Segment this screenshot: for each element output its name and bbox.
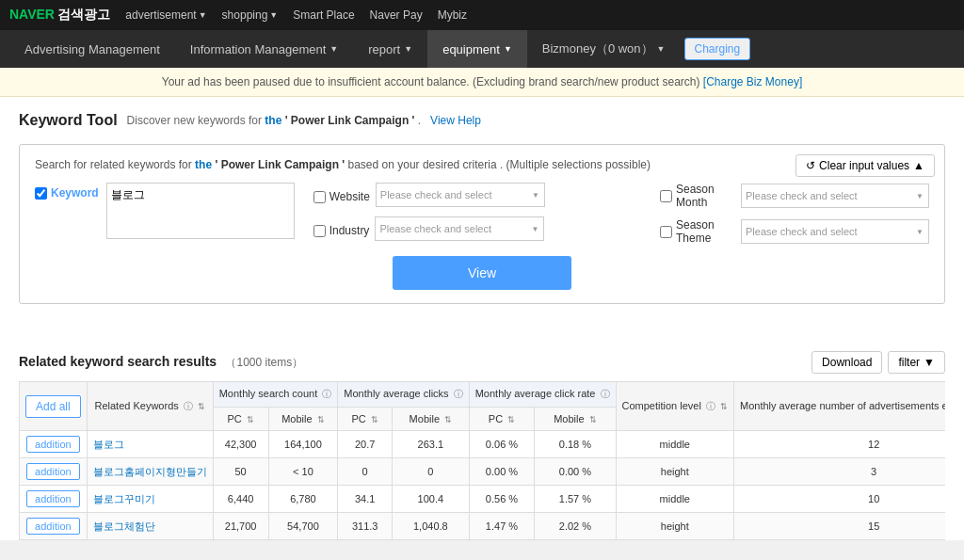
nav-report[interactable]: report ▼	[353, 30, 427, 68]
addition-button[interactable]: addition	[26, 463, 80, 480]
season-theme-select-wrapper: Please check and select	[741, 219, 929, 244]
main-navigation: Advertising Management Information Manag…	[0, 30, 964, 68]
competition-cell: height	[616, 513, 734, 540]
mobile-clickrate-cell: 2.02 %	[535, 513, 616, 540]
results-title-area: Related keyword search results （1000 ite…	[19, 354, 303, 371]
website-select[interactable]: Please check and select	[376, 183, 545, 207]
keyword-cell[interactable]: 블로그	[87, 431, 213, 458]
keyword-tool-header: Keyword Tool Discover new keywords for t…	[19, 112, 945, 129]
nav-bizmoney[interactable]: Bizmoney（0 won） ▼	[527, 30, 681, 68]
top-nav-smartplace[interactable]: Smart Place	[293, 8, 354, 22]
table-row: addition 블로그체험단 21,700 54,700 311.3 1,04…	[20, 513, 946, 540]
season-month-field: Season Month Please check and select	[660, 183, 929, 209]
results-title: Related keyword search results	[19, 354, 217, 369]
keyword-cell[interactable]: 블로그홈페이지형만들기	[87, 458, 213, 486]
charging-button[interactable]: Charging	[684, 38, 751, 60]
pc-clickrate-cell: 0.00 %	[469, 458, 535, 486]
chevron-down-icon: ▼	[404, 44, 412, 54]
chevron-up-icon: ▲	[913, 159, 924, 172]
table-row: addition 블로그꾸미기 6,440 6,780 34.1 100.4 0…	[20, 486, 946, 513]
website-checkbox[interactable]	[313, 191, 326, 203]
top-nav-advertisement[interactable]: advertisement ▼	[125, 8, 206, 22]
addition-button[interactable]: addition	[26, 436, 80, 453]
mobile-search-cell: 6,780	[268, 486, 338, 513]
results-header: Related keyword search results （1000 ite…	[19, 351, 945, 374]
view-button[interactable]: View	[393, 256, 571, 290]
pc-search-cell: 21,700	[213, 513, 268, 540]
addition-button[interactable]: addition	[26, 490, 80, 507]
mobile-search-cell: < 10	[268, 458, 338, 486]
sort-icon-competition[interactable]: ⇅	[720, 402, 728, 411]
competition-cell: middle	[616, 486, 734, 513]
th-pc-clickrate: PC ⇅	[469, 408, 535, 431]
results-section: Related keyword search results （1000 ite…	[0, 334, 964, 540]
ads-exposed-cell: 12	[734, 431, 945, 458]
clear-input-button[interactable]: ↺ Clear input values ▲	[795, 154, 935, 177]
pc-clicks-cell: 0	[338, 458, 393, 486]
keyword-cell[interactable]: 블로그체험단	[87, 513, 213, 540]
season-month-checkbox[interactable]	[660, 190, 672, 202]
th-pc-search: PC ⇅	[213, 408, 268, 431]
sort-icon-pc-clickrate[interactable]: ⇅	[507, 415, 515, 424]
th-add-all: Add all	[20, 382, 88, 431]
website-select-wrapper: Please check and select	[376, 183, 545, 207]
add-cell: addition	[20, 486, 88, 513]
pc-clickrate-cell: 0.06 %	[469, 431, 535, 458]
mobile-clicks-cell: 263.1	[393, 431, 470, 458]
th-competition-level: Competition level ⓘ ⇅	[616, 382, 734, 431]
table-body: addition 블로그 42,300 164,100 20.7 263.1 0…	[20, 431, 946, 540]
search-box: Search for related keywords for the ' Po…	[19, 144, 945, 304]
sort-icon-mobile-clicks[interactable]: ⇅	[444, 415, 452, 424]
top-nav-naverpay[interactable]: Naver Pay	[370, 8, 423, 22]
info-icon-clicks: ⓘ	[454, 389, 463, 399]
season-month-select[interactable]: Please check and select	[741, 184, 929, 208]
season-theme-select[interactable]: Please check and select	[741, 219, 929, 244]
top-nav-shopping[interactable]: shopping ▼	[222, 8, 279, 22]
addition-button[interactable]: addition	[26, 518, 80, 535]
keyword-checkbox[interactable]	[35, 187, 47, 200]
keyword-cell[interactable]: 블로그꾸미기	[87, 486, 213, 513]
th-mobile-search: Mobile ⇅	[268, 408, 338, 431]
sort-icon-mobile-search[interactable]: ⇅	[317, 415, 325, 424]
pc-clickrate-cell: 0.56 %	[469, 486, 535, 513]
search-fields: Keyword 블로그 Website Please check and sel…	[35, 183, 929, 245]
competition-cell: height	[616, 458, 734, 486]
view-help-link[interactable]: View Help	[430, 114, 481, 127]
keyword-input[interactable]: 블로그	[106, 183, 295, 239]
filter-button[interactable]: filter ▼	[888, 351, 945, 374]
results-table-wrap: Add all Related Keywords ⓘ ⇅ Monthly sea…	[19, 381, 945, 540]
pc-search-cell: 6,440	[213, 486, 268, 513]
mobile-clicks-cell: 0	[393, 458, 470, 486]
add-cell: addition	[20, 458, 88, 486]
competition-cell: middle	[616, 431, 734, 458]
charge-bizmoney-link[interactable]: [Charge Biz Money]	[703, 75, 802, 88]
industry-field: Industry Please check and select	[313, 216, 545, 241]
top-navigation: NAVER 검색광고 advertisement ▼ shopping ▼ Sm…	[0, 0, 964, 30]
industry-select[interactable]: Please check and select	[375, 216, 544, 241]
season-theme-checkbox[interactable]	[660, 226, 672, 238]
sort-icon-mobile-clickrate[interactable]: ⇅	[589, 415, 597, 424]
top-nav-mybiz[interactable]: Mybiz	[438, 8, 467, 22]
industry-checkbox[interactable]	[313, 225, 326, 237]
add-all-button[interactable]: Add all	[25, 395, 81, 418]
nav-information-management[interactable]: Information Management ▼	[175, 30, 353, 68]
download-button[interactable]: Download	[811, 351, 882, 374]
sort-icon[interactable]: ⇅	[198, 402, 205, 411]
keyword-label[interactable]: Keyword	[35, 183, 99, 200]
season-theme-field: Season Theme Please check and select	[660, 218, 929, 245]
nav-advertising-management[interactable]: Advertising Management	[9, 30, 175, 68]
pc-clickrate-cell: 1.47 %	[469, 513, 535, 540]
ads-exposed-cell: 15	[734, 513, 945, 540]
nav-equipment[interactable]: equipment ▼	[427, 30, 527, 68]
pc-search-cell: 42,300	[213, 431, 268, 458]
sort-icon-pc-search[interactable]: ⇅	[247, 415, 254, 424]
th-pc-clicks: PC ⇅	[338, 408, 393, 431]
sort-icon-pc-clicks[interactable]: ⇅	[371, 415, 378, 424]
keyword-field-group: Keyword 블로그	[35, 183, 295, 239]
keyword-tool-description: Discover new keywords for the ' Power Li…	[127, 114, 422, 127]
results-count: （1000 items）	[225, 356, 303, 369]
th-mobile-clickrate: Mobile ⇅	[535, 408, 616, 431]
pc-clicks-cell: 20.7	[338, 431, 393, 458]
th-monthly-search-count: Monthly search count ⓘ	[213, 382, 338, 408]
mobile-clickrate-cell: 0.00 %	[535, 458, 616, 486]
